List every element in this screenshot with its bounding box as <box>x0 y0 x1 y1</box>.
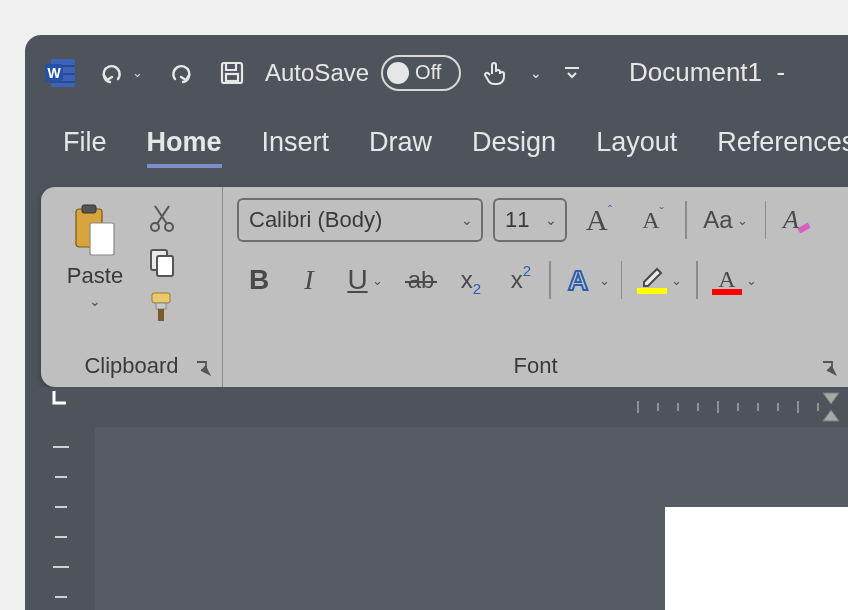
autosave-label: AutoSave <box>265 59 369 87</box>
copy-button[interactable] <box>145 245 179 279</box>
app-window: W ⌄ AutoSave <box>25 35 848 610</box>
grow-font-button[interactable]: A ˆ <box>577 197 621 243</box>
undo-button[interactable]: ⌄ <box>93 53 147 93</box>
font-launcher[interactable] <box>820 359 840 379</box>
svg-marker-34 <box>823 410 839 421</box>
font-name-combo[interactable]: Calibri (Body) ⌄ <box>237 198 483 242</box>
save-button[interactable] <box>213 53 251 93</box>
ribbon: Paste ⌄ <box>41 187 848 387</box>
chevron-down-icon: ⌄ <box>545 212 557 228</box>
word-app-icon: W <box>43 55 79 91</box>
title-bar: W ⌄ AutoSave <box>25 35 848 110</box>
svg-line-14 <box>157 206 169 224</box>
toggle-knob-icon <box>387 62 409 84</box>
separator <box>685 201 687 239</box>
autosave-toggle[interactable]: Off <box>381 55 461 91</box>
change-case-button[interactable]: Aa⌄ <box>697 197 755 243</box>
svg-rect-7 <box>226 74 238 81</box>
svg-rect-19 <box>156 303 166 309</box>
svg-rect-18 <box>152 293 170 303</box>
autosave-control: AutoSave Off <box>265 55 461 91</box>
underline-button[interactable]: U⌄ <box>337 257 393 303</box>
italic-button[interactable]: I <box>287 257 331 303</box>
svg-rect-11 <box>90 223 114 255</box>
horizontal-ruler[interactable] <box>95 387 848 427</box>
page[interactable] <box>665 507 848 610</box>
tab-insert[interactable]: Insert <box>262 127 330 168</box>
highlight-color-button[interactable]: ⌄ <box>628 257 690 303</box>
highlight-color-swatch <box>637 288 667 294</box>
font-color-swatch <box>712 289 742 295</box>
tab-references[interactable]: References <box>717 127 848 168</box>
bold-button[interactable]: B <box>237 257 281 303</box>
text-effects-button[interactable]: A ⌄ <box>557 257 615 303</box>
clear-formatting-button[interactable]: A <box>776 197 820 243</box>
ribbon-tabs: File Home Insert Draw Design Layout Refe… <box>25 110 848 168</box>
shrink-font-button[interactable]: A ˇ <box>631 197 675 243</box>
document-title: Document1 - <box>629 57 785 88</box>
separator <box>765 201 767 239</box>
indent-marker[interactable] <box>818 387 844 427</box>
autosave-state: Off <box>415 61 441 84</box>
tab-file[interactable]: File <box>63 127 107 168</box>
format-painter-button[interactable] <box>145 289 179 323</box>
tab-home[interactable]: Home <box>147 127 222 168</box>
document-area[interactable] <box>95 427 848 610</box>
redo-button[interactable] <box>161 53 199 93</box>
paste-button[interactable]: Paste ⌄ <box>55 197 135 337</box>
font-color-button[interactable]: A ⌄ <box>704 257 766 303</box>
clipboard-launcher[interactable] <box>194 359 214 379</box>
customize-qat-button[interactable] <box>559 53 585 93</box>
separator <box>696 261 698 299</box>
chevron-down-icon: ⌄ <box>461 212 473 228</box>
group-font-label: Font <box>223 353 848 379</box>
subscript-button[interactable]: x2 <box>449 257 493 303</box>
svg-rect-21 <box>797 222 810 233</box>
tab-layout[interactable]: Layout <box>596 127 677 168</box>
touch-mode-dropdown[interactable]: ⌄ <box>527 53 545 93</box>
tab-stop-icon <box>50 387 70 407</box>
paste-icon <box>70 203 120 259</box>
svg-line-15 <box>155 206 167 224</box>
paste-label: Paste <box>67 263 123 289</box>
superscript-button[interactable]: x2 <box>499 257 543 303</box>
font-name-value: Calibri (Body) <box>249 207 382 233</box>
svg-text:W: W <box>47 65 61 81</box>
chevron-down-icon: ⌄ <box>89 293 101 309</box>
separator <box>621 261 623 299</box>
ruler-corner <box>25 387 95 427</box>
strikethrough-button[interactable]: ab <box>399 257 443 303</box>
svg-rect-10 <box>82 205 96 213</box>
font-size-value: 11 <box>505 207 529 233</box>
group-font: Calibri (Body) ⌄ 11 ⌄ A ˆ A ˇ <box>223 187 848 387</box>
cut-button[interactable] <box>145 201 179 235</box>
svg-rect-17 <box>157 256 173 276</box>
touch-mode-button[interactable] <box>475 53 513 93</box>
separator <box>549 261 551 299</box>
tab-design[interactable]: Design <box>472 127 556 168</box>
svg-marker-33 <box>823 393 839 404</box>
vertical-ruler[interactable] <box>25 427 95 610</box>
svg-rect-20 <box>158 309 164 321</box>
tab-draw[interactable]: Draw <box>369 127 432 168</box>
font-size-combo[interactable]: 11 ⌄ <box>493 198 567 242</box>
svg-text:A: A <box>568 265 588 296</box>
group-clipboard: Paste ⌄ <box>41 187 223 387</box>
